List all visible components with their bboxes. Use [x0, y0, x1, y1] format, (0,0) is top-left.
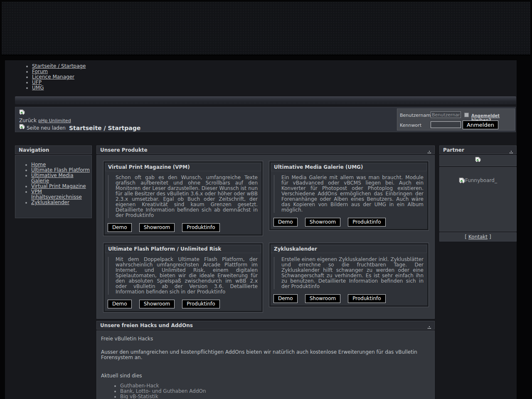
sidebar-item: Ultimative Media Galerie — [31, 173, 91, 184]
partner-title: Partner — [443, 147, 464, 153]
product-box-vpm: Virtual Print Magazine (VPM) Schon oft g… — [103, 161, 263, 236]
page-title: Startseite / Startpage — [69, 125, 140, 131]
top-banner — [2, 2, 530, 55]
produktinfo-button[interactable]: Produktinfo — [182, 223, 219, 232]
hacks-list-item: Big vB-Statistik — [120, 394, 430, 399]
top-nav-link-forum[interactable]: Forum — [32, 69, 48, 74]
sidebar-link-vpm[interactable]: Virtual Print Magazine — [31, 183, 86, 189]
produktinfo-button[interactable]: Produktinfo — [182, 300, 219, 308]
collapse-icon[interactable] — [509, 148, 514, 157]
top-nav-item: UMG — [32, 85, 86, 91]
login-panel: Benutzername Angemeldet bleiben? Kennwor… — [397, 108, 515, 131]
gradient-divider-bar — [15, 96, 516, 104]
hacks-title: Unsere freien Hacks und AddOns — [100, 323, 193, 328]
product-box-buttons: Demo Showroom Produktinfo — [108, 223, 261, 232]
password-label: Kennwort — [400, 123, 421, 128]
content-wrapper: Startseite / Startpage Forum Licence Man… — [5, 60, 517, 399]
collapse-icon[interactable] — [427, 324, 432, 332]
kontakt-link[interactable]: Kontakt — [468, 234, 488, 240]
navigation-header: Navigation — [15, 145, 92, 154]
partner-header: Partner — [439, 145, 517, 154]
product-box-description: Schon oft gab es den Wunsch, umfangreich… — [108, 175, 258, 218]
demo-button[interactable]: Demo — [273, 294, 298, 303]
hacks-current-label: Aktuell sind dies — [101, 373, 430, 379]
username-input[interactable] — [431, 111, 461, 118]
top-nav-link-umg[interactable]: UMG — [32, 85, 44, 91]
partner-section: Partner Funnyboard_ [ Kontakt ] — [439, 145, 517, 241]
sidebar-link-ufp[interactable]: Ultimate Flash Platform — [31, 167, 90, 173]
top-nav-link-licence-manager[interactable]: Licence Manager — [32, 74, 74, 80]
product-box-umg: Ultimative Media Galerie (UMG) Ein Media… — [269, 161, 429, 231]
produktinfo-button[interactable]: Produktinfo — [348, 218, 385, 227]
username-label: Benutzername — [400, 113, 433, 118]
sidebar-link-vpm-inhalt[interactable]: VPM Inhaltsverzeichnisse — [31, 189, 82, 200]
hacks-body: Freie vBulletin Hacks Ausser den umfangr… — [96, 330, 435, 399]
product-box-description: Erstelle einen eigenen Zykluskalender in… — [274, 257, 424, 289]
products-body: Virtual Print Magazine (VPM) Schon oft g… — [96, 155, 435, 319]
reload-label: Seite neu laden — [27, 125, 66, 131]
sidebar-item: Zykluskalender — [31, 200, 91, 205]
demo-button[interactable]: Demo — [108, 300, 132, 308]
product-box-title: Ultimate Flash Platform / Unlimited Risk — [105, 245, 261, 253]
showroom-button[interactable]: Showroom — [139, 300, 175, 308]
products-header: Unsere Produkte — [96, 145, 435, 154]
product-box-buttons: Demo Showroom Produktinfo — [108, 299, 261, 308]
product-box-title: Zykluskalender — [271, 245, 427, 253]
site-home-link[interactable]: pHp Unlimited — [38, 118, 71, 123]
showroom-button[interactable]: Showroom — [305, 218, 340, 227]
page-header-band: Zurück pHp Unlimited Seite neu laden Sta… — [15, 107, 516, 132]
remember-checkbox[interactable] — [464, 113, 469, 117]
broken-image-icon[interactable] — [19, 109, 25, 117]
products-title: Unsere Produkte — [100, 147, 148, 153]
sidebar-link-umg[interactable]: Ultimative Media Galerie — [31, 172, 74, 184]
partner-footer: [ Kontakt ] — [439, 232, 517, 241]
demo-button[interactable]: Demo — [108, 223, 132, 232]
password-input[interactable] — [431, 121, 461, 128]
partner-banner-slot — [439, 155, 517, 166]
product-box-description: Mit dem Doppelpack Ultimate Flash Platfo… — [108, 257, 258, 295]
top-nav-link-startseite[interactable]: Startseite / Startpage — [32, 63, 86, 69]
products-section: Unsere Produkte Virtual Print Magazine (… — [96, 145, 435, 319]
product-box-title: Virtual Print Magazine (VPM) — [105, 163, 261, 171]
broken-image-icon[interactable] — [475, 157, 481, 165]
top-nav-link-ufp[interactable]: UFP — [32, 79, 42, 85]
product-box-zyklus: Zykluskalender Erstelle einen eigenen Zy… — [269, 243, 429, 307]
hacks-intro: Freie vBulletin Hacks — [101, 336, 430, 342]
produktinfo-button[interactable]: Produktinfo — [348, 294, 385, 303]
sidebar-link-home[interactable]: Home — [31, 162, 46, 167]
hacks-list-item: Bank, Lotto- und Guthaben AddOn — [120, 389, 430, 394]
showroom-button[interactable]: Showroom — [305, 294, 340, 303]
hacks-description: Ausser den umfangreichen und kostenpflic… — [101, 350, 430, 360]
sidebar-navigation: Navigation Home Ultimate Flash Platform … — [15, 145, 92, 218]
product-box-title: Ultimative Media Galerie (UMG) — [271, 163, 427, 171]
hacks-header: Unsere freien Hacks und AddOns — [96, 321, 435, 330]
hacks-section: Unsere freien Hacks und AddOns Freie vBu… — [96, 321, 435, 399]
funnyboard-alt-text[interactable]: Funnyboard_ — [465, 177, 497, 183]
showroom-button[interactable]: Showroom — [139, 223, 175, 232]
navigation-title: Navigation — [19, 147, 49, 153]
top-nav: Startseite / Startpage Forum Licence Man… — [22, 64, 86, 91]
product-box-buttons: Demo Showroom Produktinfo — [273, 217, 427, 227]
login-button[interactable]: Anmelden — [463, 121, 498, 129]
product-box-buttons: Demo Showroom Produktinfo — [273, 294, 427, 303]
sidebar-link-zyklus[interactable]: Zykluskalender — [31, 200, 69, 205]
collapse-icon[interactable] — [427, 148, 432, 157]
product-box-ufp: Ultimate Flash Platform / Unlimited Risk… — [103, 243, 263, 313]
sidebar-item: VPM Inhaltsverzeichnisse — [31, 189, 91, 200]
back-label: Zurück — [19, 118, 37, 123]
navigation-body: Home Ultimate Flash Platform Ultimative … — [15, 155, 92, 218]
broken-image-icon[interactable] — [19, 124, 25, 132]
broken-image-icon[interactable] — [459, 177, 465, 186]
bracket: ] — [489, 234, 491, 240]
demo-button[interactable]: Demo — [273, 218, 298, 227]
partner-funnyboard-slot: Funnyboard_ — [439, 167, 517, 232]
bracket: [ — [465, 234, 467, 240]
product-box-description: Ein Media Galerie mit allem was man brau… — [274, 175, 424, 213]
hacks-list: Guthaben-Hack Bank, Lotto- und Guthaben … — [113, 383, 430, 399]
